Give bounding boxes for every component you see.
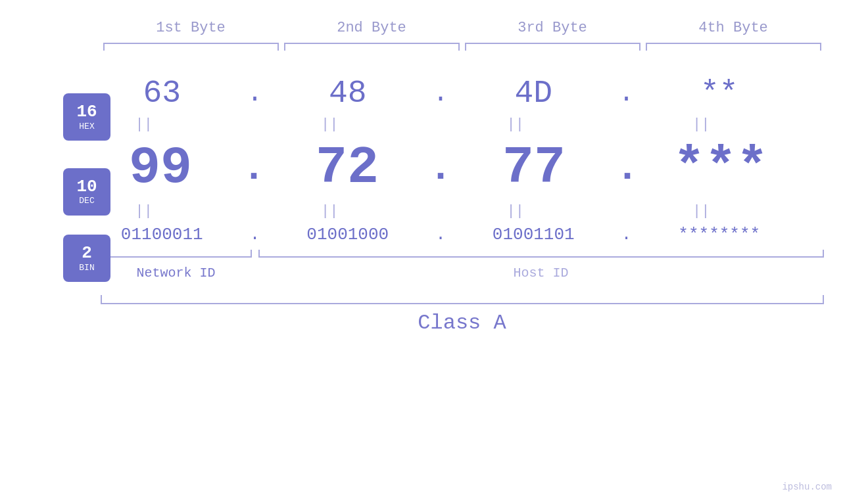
bin-base-label: 2 BIN — [63, 235, 110, 282]
dec-byte2: 72 — [266, 138, 429, 198]
bin-byte2: 01001000 — [265, 225, 431, 244]
class-bracket — [101, 295, 824, 304]
eq2-3: || — [433, 203, 599, 219]
equals-row-1: || || || || — [61, 116, 785, 133]
dec-dot2: . — [429, 146, 452, 191]
hex-base-label: 16 HEX — [63, 93, 110, 141]
byte3-header: 3rd Byte — [462, 20, 643, 36]
equals-row-2: || || || || — [61, 203, 785, 219]
hex-base-num: 16 — [76, 103, 97, 122]
dec-base-label: 10 DEC — [63, 168, 110, 216]
bin-base-num: 2 — [82, 244, 92, 263]
dec-byte4: *** — [639, 138, 802, 198]
hex-value-row: 63 . 48 . 4D . ** — [79, 76, 802, 111]
bin-dot1: . — [245, 225, 265, 244]
host-id-label: Host ID — [258, 265, 824, 281]
dec-dot3: . — [616, 146, 639, 191]
hex-dot2: . — [431, 79, 450, 108]
bin-base-text: BIN — [79, 263, 94, 273]
bracket-4 — [646, 43, 821, 51]
bracket-2 — [284, 43, 460, 51]
watermark: ipshu.com — [782, 482, 832, 492]
network-id-label: Network ID — [101, 265, 252, 281]
dec-base-text: DEC — [79, 196, 94, 206]
hex-base-text: HEX — [79, 122, 94, 131]
hex-byte3: 4D — [450, 76, 617, 111]
byte4-header: 4th Byte — [643, 20, 824, 36]
hex-byte4: ** — [637, 76, 803, 111]
dec-byte3: 77 — [452, 138, 616, 198]
bin-dot3: . — [617, 225, 637, 244]
eq1-3: || — [433, 116, 599, 133]
byte1-header: 1st Byte — [101, 20, 281, 36]
hex-dot1: . — [245, 79, 265, 108]
hex-section: 16 HEX 63 . 48 . 4D . ** — [0, 76, 845, 111]
dec-base-num: 10 — [76, 177, 97, 196]
eq2-4: || — [618, 203, 785, 219]
main-container: 1st Byte 2nd Byte 3rd Byte 4th Byte 16 H… — [0, 0, 845, 504]
bin-byte3: 01001101 — [450, 225, 617, 244]
class-label: Class A — [101, 311, 824, 335]
bin-dot2: . — [431, 225, 450, 244]
eq1-2: || — [247, 116, 413, 133]
network-bracket — [101, 250, 252, 258]
byte2-header: 2nd Byte — [281, 20, 462, 36]
bracket-3 — [465, 43, 640, 51]
dec-dot1: . — [242, 146, 266, 191]
bin-byte4: ******** — [637, 225, 803, 244]
bin-value-row: 01100011 . 01001000 . 01001101 . *******… — [79, 225, 802, 244]
dec-value-row: 99 . 72 . 77 . *** — [79, 138, 802, 198]
eq2-2: || — [247, 203, 413, 219]
bin-section: 2 BIN 01100011 . 01001000 . 01001101 . *… — [0, 225, 845, 244]
id-label-row: Network ID Host ID — [101, 265, 824, 281]
byte-headers: 1st Byte 2nd Byte 3rd Byte 4th Byte — [101, 20, 824, 36]
host-bracket — [258, 250, 824, 258]
bottom-brackets — [101, 250, 824, 262]
hex-dot3: . — [617, 79, 637, 108]
hex-byte2: 48 — [265, 76, 431, 111]
bracket-1 — [103, 43, 279, 51]
dec-section: 10 DEC 99 . 72 . 77 . *** — [0, 138, 845, 198]
top-bracket-row — [101, 43, 824, 56]
eq1-4: || — [618, 116, 785, 133]
